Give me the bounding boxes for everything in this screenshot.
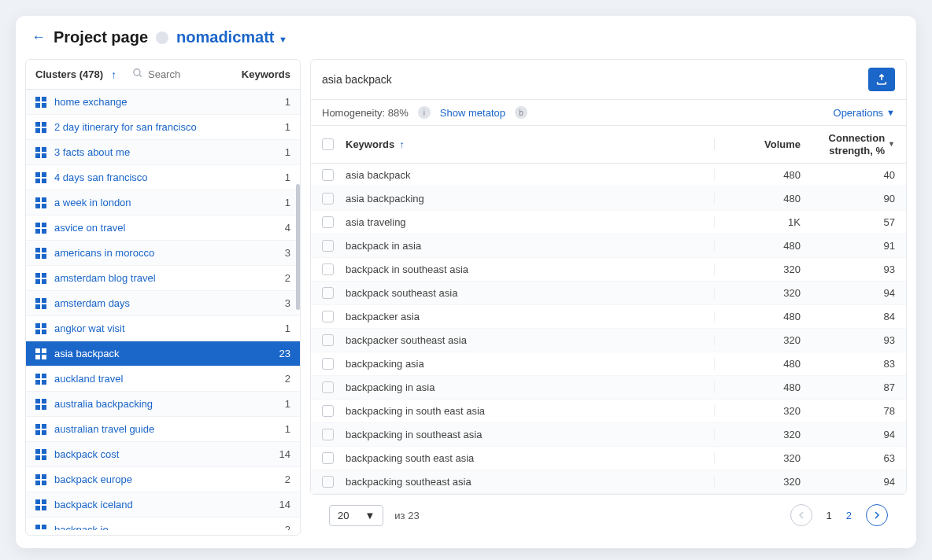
sidebar-item[interactable]: backpack ie2	[26, 518, 300, 530]
next-page-button[interactable]	[866, 504, 888, 526]
sidebar-item[interactable]: asia backpack23	[26, 341, 300, 367]
svg-rect-54	[35, 424, 40, 429]
status-dot-icon	[156, 31, 168, 44]
col-keywords-header[interactable]: Keywords ↑	[346, 138, 714, 150]
row-checkbox[interactable]	[322, 429, 334, 440]
sidebar-item[interactable]: backpack iceland14	[26, 492, 300, 518]
cluster-name: americans in morocco	[54, 247, 285, 259]
sort-asc-icon[interactable]: ↑	[111, 68, 116, 81]
sidebar-item[interactable]: angkor wat visit1	[26, 316, 300, 341]
row-connection: 93	[801, 334, 895, 346]
svg-rect-15	[42, 172, 46, 177]
row-connection: 87	[801, 381, 895, 393]
row-checkbox[interactable]	[322, 452, 334, 464]
svg-rect-71	[42, 525, 46, 529]
table-row: backpacking in south east asia32078	[311, 400, 906, 423]
svg-rect-23	[42, 223, 46, 227]
col-connection-header[interactable]: Connection strength, % ▼	[801, 132, 895, 157]
row-keyword: asia backpacking	[346, 193, 714, 204]
svg-rect-16	[35, 179, 40, 183]
sidebar-item[interactable]: amsterdam blog travel2	[26, 266, 300, 291]
row-volume: 480	[714, 240, 801, 252]
operations-dropdown[interactable]: Operations ▼	[834, 107, 895, 119]
row-checkbox[interactable]	[322, 405, 334, 417]
sidebar-item[interactable]: australia backpacking1	[26, 392, 300, 417]
sidebar-item[interactable]: 4 days san francisco1	[26, 165, 300, 190]
cluster-name: 3 facts about me	[54, 146, 285, 158]
search-input[interactable]	[148, 68, 211, 80]
sidebar-item[interactable]: home exchange1	[26, 90, 300, 115]
keywords-column-label: Keywords	[242, 68, 290, 80]
cluster-count: 1	[285, 96, 290, 108]
row-checkbox[interactable]	[322, 263, 334, 275]
row-checkbox[interactable]	[322, 287, 334, 299]
clusters-label: Clusters (478)	[35, 68, 103, 80]
row-checkbox[interactable]	[322, 476, 334, 488]
info-icon[interactable]: i	[418, 106, 431, 119]
cluster-name: angkor wat visit	[54, 322, 285, 334]
cluster-name: backpack ie	[54, 524, 285, 530]
svg-rect-25	[42, 229, 46, 234]
cluster-name: backpack iceland	[54, 499, 279, 510]
row-checkbox[interactable]	[322, 169, 334, 181]
select-all-checkbox[interactable]	[322, 138, 334, 150]
cluster-count: 2	[285, 373, 290, 385]
svg-rect-6	[35, 122, 40, 127]
row-connection: 94	[801, 476, 895, 488]
info-icon[interactable]: b	[515, 106, 527, 119]
sidebar-item[interactable]: backpack europe2	[26, 467, 300, 492]
row-volume: 320	[714, 452, 801, 464]
show-metatop-link[interactable]: Show metatop	[440, 107, 505, 119]
sidebar-item[interactable]: 2 day itinerary for san francisco1	[26, 115, 300, 140]
sidebar-item[interactable]: 3 facts about me1	[26, 140, 300, 165]
cluster-name: amsterdam days	[54, 297, 285, 309]
row-volume: 320	[714, 429, 801, 440]
svg-rect-29	[42, 254, 46, 259]
cluster-count: 1	[285, 423, 290, 435]
page-2[interactable]: 2	[846, 510, 852, 521]
sidebar-item[interactable]: americans in morocco3	[26, 241, 300, 266]
svg-rect-63	[42, 474, 46, 479]
row-checkbox[interactable]	[322, 311, 334, 322]
svg-rect-21	[42, 204, 46, 208]
header: ← Project page nomadicmatt ▼	[16, 16, 916, 59]
table-row: backpacking southeast asia32094	[311, 470, 906, 494]
sidebar-item[interactable]: australian travel guide1	[26, 417, 300, 442]
sidebar-item[interactable]: amsterdam days3	[26, 291, 300, 316]
svg-rect-20	[35, 204, 40, 208]
sidebar-item[interactable]: asvice on travel4	[26, 216, 300, 241]
row-connection: 93	[801, 263, 895, 275]
back-arrow-icon[interactable]: ←	[31, 29, 46, 46]
svg-rect-12	[35, 153, 40, 158]
cluster-name: backpack europe	[54, 473, 285, 485]
cluster-name: amsterdam blog travel	[54, 272, 285, 284]
table-row: backpack in asia48091	[311, 234, 906, 258]
cluster-name: auckland travel	[54, 373, 285, 385]
page-size-select[interactable]: 20 ▼	[329, 505, 383, 526]
cluster-count: 1	[285, 121, 290, 133]
cluster-name: 4 days san francisco	[54, 171, 285, 183]
export-button[interactable]	[868, 68, 895, 91]
row-checkbox[interactable]	[322, 381, 334, 393]
row-checkbox[interactable]	[322, 358, 334, 370]
col-volume-header[interactable]: Volume	[714, 138, 801, 150]
page-1[interactable]: 1	[827, 510, 832, 521]
prev-page-button[interactable]	[790, 504, 812, 526]
row-checkbox[interactable]	[322, 216, 334, 228]
row-volume: 480	[714, 193, 801, 204]
row-checkbox[interactable]	[322, 193, 334, 204]
svg-rect-66	[35, 499, 40, 504]
row-checkbox[interactable]	[322, 334, 334, 346]
sidebar-item[interactable]: a week in london1	[26, 190, 300, 216]
sidebar-item[interactable]: backpack cost14	[26, 442, 300, 467]
svg-rect-2	[35, 97, 40, 101]
cluster-count: 2	[285, 524, 290, 530]
svg-rect-18	[35, 197, 40, 202]
scrollbar-thumb[interactable]	[296, 184, 300, 310]
svg-rect-65	[42, 481, 46, 485]
row-checkbox[interactable]	[322, 240, 334, 252]
project-dropdown[interactable]: nomadicmatt ▼	[176, 28, 287, 46]
svg-rect-59	[42, 449, 46, 454]
sidebar-item[interactable]: auckland travel2	[26, 367, 300, 392]
main-panel: asia backpack Homogeneity: 88% i Show me…	[310, 59, 907, 536]
